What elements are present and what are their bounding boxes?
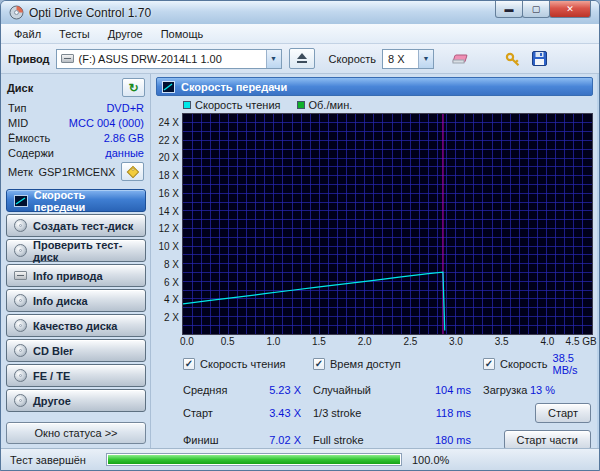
disk-label-value: GSP1RMCENX [38,166,115,178]
start-button-label: Старт [548,407,578,419]
chevron-down-icon[interactable]: ▼ [418,50,433,68]
disk-label-label: Метк [8,166,33,178]
eject-button[interactable] [289,48,315,69]
main-header-title: Скорость передачи [181,81,287,93]
checkbox-icon[interactable]: ✓ [313,358,325,370]
minimize-button[interactable]: ▬ [495,1,523,18]
disk-content-value: данные [105,147,144,159]
disk-capacity-label: Ёмкость [8,132,50,144]
disk-mid-value: MCC 004 (000) [69,117,144,129]
start-parts-button[interactable]: Старт части [504,430,591,450]
read-speed-toggle[interactable]: ✓ Скорость чтения [183,358,301,370]
stat-value: 7.02 X [269,434,301,446]
save-icon [532,51,547,66]
chart-controls: ✓ Скорость чтения ✓ Время доступ ✓ Скоро… [156,352,593,376]
sidebar-item-create-test-disc[interactable]: Создать тест-диск [6,214,146,237]
y-tick-label: 12 X [158,223,179,234]
legend-rpm: Об./мин. [297,99,353,111]
drive-label: Привод [8,53,50,65]
close-icon: ✕ [566,4,574,14]
x-tick-label: 2.0 [358,336,372,347]
legend-label: Об./мин. [309,99,353,111]
tag-icon [126,165,139,178]
maximize-button[interactable]: ▢ [522,1,550,18]
status-bar: Тест завершён 100.0% [1,448,599,470]
x-tick-label: 2.5 [403,336,417,347]
close-button[interactable]: ✕ [549,1,591,18]
drive-icon [14,271,27,280]
stat-value: 118 ms [436,407,471,419]
content-area: Диск ↻ Тип DVD+R MID MCC 004 (000) Ёмкос… [1,74,599,448]
disk-mid-label: MID [8,117,28,129]
stat-label: Финиш [183,434,219,446]
speed-select[interactable]: 8 X ▼ [382,49,434,69]
eraser-icon [452,52,470,65]
transfer-rate-chart[interactable] [182,113,593,335]
menu-file[interactable]: Файл [5,26,50,42]
stat-label: 1/3 stroke [313,407,361,419]
progress-bar [106,453,402,466]
sidebar-item-transfer-rate[interactable]: Скорость передачи [6,189,146,212]
license-button[interactable] [500,48,526,70]
label-button[interactable] [121,162,144,181]
drive-select[interactable]: (F:) ASUS DRW-2014L1 1.00 ▼ [56,49,282,69]
app-icon [9,5,24,20]
stat-value: 180 ms [435,434,471,446]
sidebar-item-disc-quality[interactable]: Качество диска [6,314,146,337]
menu-tests[interactable]: Тесты [50,26,99,42]
y-tick-label: 4 X [164,294,179,305]
sidebar-item-cd-bler[interactable]: CD Bler [6,339,146,362]
sidebar-item-fe-te[interactable]: FE / TE [6,364,146,387]
x-tick-label: 0.5 [221,336,235,347]
eject-icon [296,53,308,64]
checkbox-icon[interactable]: ✓ [483,358,495,370]
disc-icon [14,369,27,382]
disk-info: Тип DVD+R MID MCC 004 (000) Ёмкость 2.86… [6,100,146,160]
y-tick-label: 20 X [158,152,179,163]
disk-content-label: Содержи [8,147,54,159]
y-tick-label: 24 X [158,116,179,127]
chart-area: 24 X22 X20 X18 X16 X14 X12 X10 X8 X6 X4 … [156,113,593,335]
disk-type-label: Тип [8,102,26,114]
stat-label: Случайный [313,384,371,396]
chevron-down-icon[interactable]: ▼ [266,50,281,68]
disc-icon [14,219,27,232]
sidebar-item-label: CD Bler [33,345,73,357]
stat-label: Средняя [183,384,227,396]
checkbox-label: Скорость чтения [200,358,286,370]
sidebar-nav: Скорость передачи Создать тест-диск Пров… [6,189,146,412]
stat-full-stroke: Full stroke 180 ms [313,430,471,450]
sidebar-item-label: Info привода [33,270,103,282]
sidebar-item-label: Проверить тест-диск [33,239,138,263]
checkbox-icon[interactable]: ✓ [183,358,195,370]
sidebar-item-drive-info[interactable]: Info привода [6,264,146,287]
status-text: Тест завершён [10,454,96,466]
start-button[interactable]: Старт [535,403,591,423]
stats-grid: Средняя 5.23 X Случайный 104 ms Загрузка… [156,384,593,450]
disk-header-row: Диск ↻ [6,78,146,97]
speed-toggle[interactable]: ✓ Скорость 38.5 MB/s [483,352,593,376]
menu-help[interactable]: Помощь [152,26,213,42]
refresh-disk-button[interactable]: ↻ [122,78,145,97]
disk-info-row: Содержи данные [6,145,146,160]
sidebar-item-disc-info[interactable]: Info диска [6,289,146,312]
disc-icon [14,244,27,257]
disk-label-row: Метк GSP1RMCENX [6,161,146,182]
sidebar-item-label: Другое [33,395,71,407]
main-header: Скорость передачи [156,77,593,96]
disk-info-row: Ёмкость 2.86 GB [6,130,146,145]
erase-disc-button[interactable] [448,48,474,70]
menu-other[interactable]: Другое [99,26,152,42]
chart-legend: Скорость чтения Об./мин. [156,97,593,113]
sidebar-item-verify-test-disc[interactable]: Проверить тест-диск [6,239,146,262]
stat-start: Старт 3.43 X [183,403,301,423]
status-window-button[interactable]: Окно статуса >> [6,422,146,444]
sidebar: Диск ↻ Тип DVD+R MID MCC 004 (000) Ёмкос… [1,74,151,448]
stat-label: Full stroke [313,434,364,446]
stat-label: Загрузка [483,384,527,396]
disk-capacity-value: 2.86 GB [104,132,144,144]
save-button[interactable] [526,48,552,70]
sidebar-item-misc[interactable]: Другое [6,389,146,412]
access-time-toggle[interactable]: ✓ Время доступ [313,358,471,370]
disk-info-row: MID MCC 004 (000) [6,115,146,130]
